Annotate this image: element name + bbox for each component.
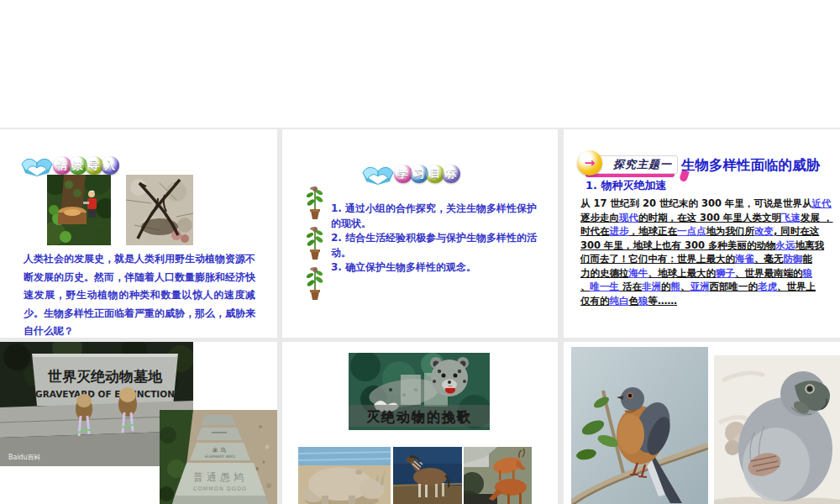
intro-header-title: 情景导入 bbox=[55, 156, 119, 176]
potted-plant-icon bbox=[306, 265, 324, 301]
text-segment: 力的史德拉 bbox=[580, 267, 629, 279]
text-link[interactable]: 飞速 bbox=[781, 212, 801, 223]
objectives-list: 1. 通过小组的合作探究，关注生物多样性保护的现状。2. 结合生活经验积极参与保… bbox=[331, 202, 544, 276]
text-link[interactable]: 一点点 bbox=[677, 225, 706, 237]
slide-birds bbox=[564, 342, 840, 504]
text-link[interactable]: 进步 bbox=[610, 225, 629, 237]
topic-paragraph-line: 们而去了！它们中有：世界上最大的海雀、毫无防御能 bbox=[580, 252, 829, 266]
open-book-icon bbox=[20, 155, 54, 176]
text-link[interactable]: 老虎 bbox=[758, 281, 777, 292]
objective-item: 1. 通过小组的合作探究，关注生物多样性保护的现状。 bbox=[331, 202, 544, 231]
intro-paragraph: 人类社会的发展史，就是人类利用野生动植物资源不断发展的历史。然而，伴随着人口数量… bbox=[24, 250, 255, 338]
text-segment: 活在 bbox=[619, 281, 642, 292]
header-char-circle: 标 bbox=[442, 165, 460, 183]
topic-paragraph-line: 逐步走向现代的时期，在这 300 年里人类文明飞速发展 ， bbox=[580, 211, 829, 225]
text-link[interactable]: 防御 bbox=[784, 253, 803, 265]
grave-back-en: ELEPHANT BIRD bbox=[205, 454, 235, 459]
text-segment: 、 bbox=[680, 281, 690, 292]
text-segment: 发展 ， bbox=[801, 212, 833, 223]
text-segment: 的 bbox=[661, 281, 671, 292]
dodo-illustration bbox=[714, 355, 840, 504]
monument-title-cn: 世界灭绝动物墓地 bbox=[47, 368, 163, 385]
text-link[interactable]: 海牛 bbox=[629, 267, 648, 279]
text-segment: 等…… bbox=[648, 295, 678, 307]
snow-leopard-photo: 灭绝动物的挽歌 bbox=[349, 353, 490, 430]
text-segment: 的时期，在这 300 年里人类文明 bbox=[638, 212, 781, 223]
text-link[interactable]: 近代 bbox=[812, 197, 832, 209]
text-link[interactable]: 熊 bbox=[671, 281, 681, 292]
objective-item: 2. 结合生活经验积极参与保护生物多样性的活动。 bbox=[331, 231, 544, 260]
text-link[interactable]: 唯一生 bbox=[591, 281, 620, 292]
topic-paragraph-line: 力的史德拉海牛、地球上最大的狮子、世界最南端的狼 bbox=[580, 266, 829, 281]
slide-topic: 探究主题一 → 生物多样性面临的威胁 1. 物种灭绝加速 从 17 世纪到 20… bbox=[564, 129, 840, 338]
text-segment: 能 bbox=[803, 253, 813, 265]
text-segment: 时代在 bbox=[580, 225, 610, 237]
topic-paragraph-line: 从 17 世纪到 20 世纪末的 300 年里，可说是世界从近代 bbox=[580, 197, 829, 211]
text-segment: 、世界最南端的 bbox=[735, 267, 803, 279]
text-link[interactable]: 改变 bbox=[754, 225, 774, 237]
grave-back-cn: 象鸟 bbox=[213, 447, 228, 454]
text-link[interactable]: 现代 bbox=[619, 212, 638, 223]
slide-elegy: 灭绝动物的挽歌 bbox=[282, 342, 558, 504]
open-book-icon bbox=[361, 163, 395, 185]
text-link[interactable]: 狼 bbox=[803, 267, 813, 279]
slide-graveyard: 世界灭绝动物墓地 GRAVEYARD OF EXTINCTION bbox=[0, 342, 277, 504]
topic-title: 生物多样性面临的威胁 bbox=[681, 156, 820, 175]
objective-item: 3. 确立保护生物多样性的观念。 bbox=[331, 260, 544, 276]
text-segment: 300 年里，地球上也有 300 多种美丽的动物 bbox=[580, 239, 776, 251]
text-segment: 、地球上最大的 bbox=[648, 267, 717, 279]
photo-watermark: Baidu百科 bbox=[8, 454, 41, 461]
objectives-header: 学习目标 bbox=[361, 163, 460, 185]
topic-paragraph-line: 300 年里，地球上也有 300 多种美丽的动物永远地离我 bbox=[580, 239, 829, 253]
slide-intro: 情景导入 bbox=[0, 129, 277, 338]
text-segment: 、毫无 bbox=[754, 253, 784, 265]
text-link[interactable]: 纯白 bbox=[610, 295, 629, 307]
monument-title-en: GRAVEYARD OF EXTINCTION bbox=[35, 389, 175, 399]
header-char-circle: 入 bbox=[101, 156, 119, 175]
topic-item-title: 1. 物种灭绝加速 bbox=[585, 178, 667, 193]
topic-paragraph-line: 、唯一生 活在非洲的熊、亚洲西部唯一的老虎、世界上 bbox=[580, 280, 829, 294]
text-segment: ，地球正在 bbox=[629, 225, 678, 237]
deforestation-photo bbox=[47, 175, 111, 245]
text-segment: 、世界上 bbox=[777, 281, 816, 292]
topic-paragraph: 从 17 世纪到 20 世纪末的 300 年里，可说是世界从近代逐步走向现代的时… bbox=[580, 197, 829, 307]
slide-objectives: 学习目标 bbox=[282, 129, 558, 338]
antelope-photo bbox=[464, 447, 532, 504]
text-link[interactable]: 亚洲 bbox=[690, 281, 710, 292]
text-segment: 色 bbox=[629, 295, 639, 307]
topic-badge-box: 探究主题一 bbox=[589, 155, 678, 174]
text-segment: 逐步走向 bbox=[580, 212, 619, 223]
text-segment: 仅有的 bbox=[580, 295, 610, 307]
text-segment: 从 17 世纪到 20 世纪末的 300 年里，可说是世界从 bbox=[580, 197, 812, 209]
topic-paragraph-line: 仅有的纯白色狼等…… bbox=[580, 294, 829, 308]
potted-plant-icon bbox=[306, 185, 324, 220]
text-link[interactable]: 永远 bbox=[776, 239, 795, 251]
text-segment: 、 bbox=[580, 281, 591, 292]
intro-header: 情景导入 bbox=[20, 155, 119, 176]
text-link[interactable]: 非洲 bbox=[642, 281, 661, 292]
passenger-pigeon-photo bbox=[571, 347, 708, 504]
slides-board: 情景导入 bbox=[0, 128, 840, 504]
text-segment: 们而去了！它们中有：世界上最大的 bbox=[580, 253, 735, 265]
grave-front-en: COMMON DODO bbox=[193, 486, 247, 492]
text-segment: 地离我 bbox=[795, 239, 825, 251]
topic-paragraph-line: 时代在进步，地球正在一点点地为我们所改变, 同时在这 bbox=[580, 224, 829, 239]
objectives-header-title: 学习目标 bbox=[396, 165, 460, 184]
text-link[interactable]: 海雀 bbox=[735, 253, 754, 265]
text-segment: 西部唯一的 bbox=[710, 281, 759, 292]
topic-badge-label: 探究主题一 bbox=[613, 157, 672, 172]
antlers-photo bbox=[126, 175, 193, 245]
arrow-right-icon: → bbox=[577, 150, 602, 176]
rhino-photo bbox=[298, 447, 391, 504]
topic-badge: 探究主题一 → bbox=[579, 153, 688, 178]
text-segment: , 同时在这 bbox=[774, 225, 819, 237]
extinct-graves-photo: 象鸟 ELEPHANT BIRD 普通愚鸠 COMMON DODO bbox=[160, 410, 277, 504]
text-link[interactable]: 狮子 bbox=[716, 267, 735, 279]
text-segment: 地为我们所 bbox=[706, 225, 755, 237]
grave-front-cn: 普通愚鸠 bbox=[193, 471, 247, 483]
potted-plant-icon bbox=[306, 225, 324, 260]
text-link[interactable]: 狼 bbox=[638, 295, 648, 307]
elegy-caption: 灭绝动物的挽歌 bbox=[366, 409, 472, 425]
quagga-photo bbox=[393, 447, 462, 504]
